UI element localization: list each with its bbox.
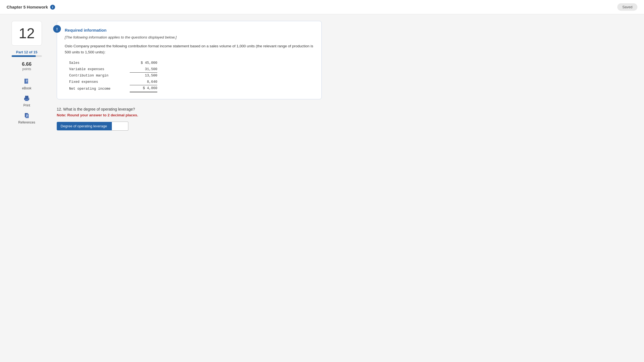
financial-table: Sales $ 45,000 Variable expenses 31,500 … bbox=[69, 60, 314, 92]
part-info: Part 12 of 15 bbox=[12, 50, 42, 57]
ebook-label: eBook bbox=[22, 86, 31, 90]
intro-text: Oslo Company prepared the following cont… bbox=[65, 43, 314, 55]
svg-rect-6 bbox=[25, 96, 28, 98]
italic-note: [The following information applies to th… bbox=[65, 35, 314, 39]
table-row: Variable expenses 31,500 bbox=[69, 66, 314, 73]
row-label-net: Net operating income bbox=[69, 86, 130, 92]
saved-button[interactable]: Saved bbox=[617, 3, 637, 11]
points-text: points bbox=[22, 67, 31, 71]
row-value-sales: $ 45,000 bbox=[130, 60, 157, 66]
top-bar: Chapter 5 Homework i Saved bbox=[0, 0, 644, 14]
row-label-contribution: Contribution margin bbox=[69, 73, 130, 79]
sidebar: 12 Part 12 of 15 6.66 points bbox=[9, 21, 45, 131]
svg-rect-9 bbox=[26, 100, 28, 100]
book-icon bbox=[23, 78, 31, 85]
question-number-box: 12 bbox=[12, 21, 42, 46]
row-label-fixed: Fixed expenses bbox=[69, 79, 130, 85]
sidebar-tool-ebook[interactable]: eBook bbox=[22, 78, 31, 90]
row-label-variable: Variable expenses bbox=[69, 66, 130, 73]
degree-of-leverage-input[interactable] bbox=[112, 122, 128, 131]
points-value: 6.66 bbox=[22, 61, 31, 67]
sidebar-tools: eBook Print bbox=[18, 78, 35, 124]
svg-rect-2 bbox=[25, 79, 25, 84]
sidebar-tool-print[interactable]: Print bbox=[23, 95, 31, 107]
print-label: Print bbox=[23, 103, 30, 107]
row-value-contribution: 13,500 bbox=[130, 73, 157, 79]
question-number: 12 bbox=[19, 25, 35, 42]
references-icon bbox=[23, 112, 31, 119]
required-info-title: Required information bbox=[65, 28, 314, 32]
svg-rect-10 bbox=[26, 100, 27, 101]
question-text: 12. What is the degree of operating leve… bbox=[57, 107, 322, 111]
sidebar-tool-references[interactable]: References bbox=[18, 112, 35, 124]
page-title: Chapter 5 Homework bbox=[7, 5, 48, 9]
svg-point-11 bbox=[28, 98, 29, 99]
table-row: Net operating income $ 4,860 bbox=[69, 85, 314, 92]
info-icon[interactable]: i bbox=[50, 5, 55, 10]
question-note: Note: Round your answer to 2 decimal pla… bbox=[57, 113, 322, 117]
answer-row: Degree of operating leverage bbox=[57, 122, 322, 131]
part-label: Part 12 of 15 bbox=[12, 50, 42, 54]
points-display: 6.66 points bbox=[22, 61, 31, 71]
row-value-variable: 31,500 bbox=[130, 66, 157, 73]
exclamation-icon: ! bbox=[53, 25, 61, 33]
part-progress-bar bbox=[12, 55, 42, 57]
content-panel: ! Required information [The following in… bbox=[51, 21, 322, 131]
svg-rect-1 bbox=[25, 79, 28, 84]
part-progress-fill bbox=[12, 55, 36, 57]
row-value-fixed: 8,640 bbox=[130, 79, 157, 86]
main-content: 12 Part 12 of 15 6.66 points bbox=[0, 14, 331, 137]
question-section: 12. What is the degree of operating leve… bbox=[57, 107, 322, 131]
row-value-net: $ 4,860 bbox=[130, 85, 157, 92]
references-label: References bbox=[18, 120, 35, 124]
table-row: Fixed expenses 8,640 bbox=[69, 79, 314, 86]
row-label-sales: Sales bbox=[69, 60, 130, 66]
print-icon bbox=[23, 95, 31, 102]
answer-label: Degree of operating leverage bbox=[57, 122, 112, 130]
required-info-box: ! Required information [The following in… bbox=[57, 21, 322, 99]
top-bar-left: Chapter 5 Homework i bbox=[7, 5, 55, 10]
table-row: Contribution margin 13,500 bbox=[69, 73, 314, 79]
table-row: Sales $ 45,000 bbox=[69, 60, 314, 66]
